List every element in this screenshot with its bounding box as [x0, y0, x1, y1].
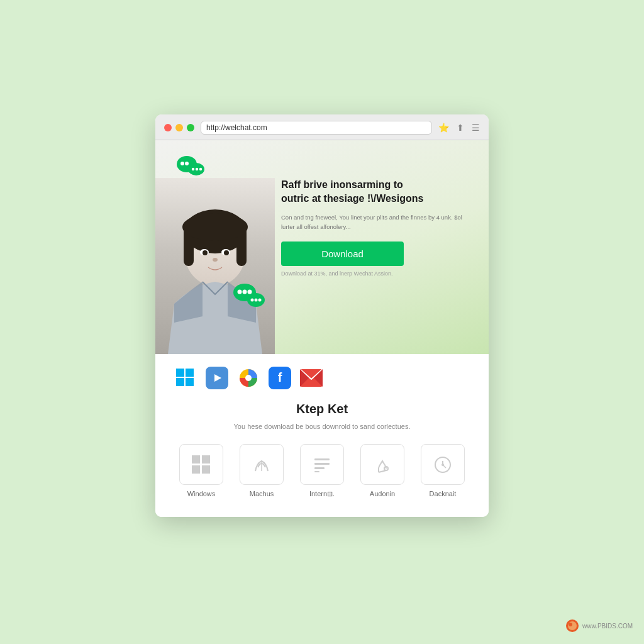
internetb-label: Intern⊟.: [309, 490, 335, 498]
svg-point-21: [238, 289, 242, 294]
svg-rect-41: [192, 465, 200, 474]
section-desc: You hese download be bous downrold to sa…: [174, 421, 470, 432]
address-bar[interactable]: http://welchat.com: [201, 121, 432, 135]
platform-dacknait[interactable]: Dacknait: [421, 444, 465, 498]
svg-point-18: [224, 250, 229, 255]
wechat-overlay-bubbles: [231, 281, 265, 310]
url-text: http://welchat.com: [206, 123, 267, 132]
watermark-text: www.PBIDS.COM: [582, 623, 633, 630]
svg-rect-44: [314, 458, 330, 460]
machus-platform-icon: [240, 444, 284, 485]
bookmark-icon[interactable]: ⭐: [438, 123, 449, 133]
share-icon[interactable]: ⬆: [457, 123, 464, 133]
svg-point-22: [243, 289, 247, 294]
windows-label: Windows: [187, 490, 216, 497]
audonin-platform-icon: [360, 444, 404, 485]
svg-point-17: [203, 250, 208, 255]
close-button[interactable]: [164, 124, 172, 131]
hero-body-text: Con and tng fneweel, You linet your plit…: [281, 213, 476, 231]
app-icons-row: f: [174, 367, 470, 389]
machus-label: Machus: [250, 490, 274, 497]
bottom-section: f Ktep Ket You hese download be bous dow…: [155, 354, 489, 518]
browser-chrome: http://welchat.com ⭐ ⬆ ☰: [155, 114, 489, 140]
svg-point-23: [248, 289, 252, 294]
svg-point-35: [245, 375, 252, 381]
svg-point-1: [180, 162, 184, 165]
minimize-button[interactable]: [175, 124, 183, 131]
svg-point-56: [569, 623, 572, 626]
platform-windows[interactable]: Windows: [179, 444, 223, 498]
svg-rect-45: [314, 463, 330, 465]
svg-rect-29: [186, 369, 194, 377]
svg-point-14: [182, 213, 248, 241]
hero-tagline: Raff brive inonsarming to outric at thes…: [281, 178, 476, 206]
maximize-button[interactable]: [187, 124, 194, 131]
platform-internetb[interactable]: Intern⊟.: [300, 444, 344, 498]
svg-rect-46: [314, 467, 325, 469]
windows-platform-icon: [179, 444, 223, 485]
svg-rect-39: [192, 455, 200, 464]
svg-rect-28: [176, 369, 184, 377]
browser-toolbar: ⭐ ⬆ ☰: [438, 123, 480, 133]
internetb-platform-icon: [300, 444, 344, 485]
svg-point-26: [255, 298, 258, 301]
hero-person-image: [155, 178, 275, 354]
platform-audonin[interactable]: Audonin: [360, 444, 404, 498]
svg-rect-30: [176, 378, 184, 386]
windows-app-icon: [174, 367, 197, 389]
svg-point-2: [185, 162, 189, 165]
svg-point-6: [199, 168, 202, 170]
hero-content: Raff brive inonsarming to outric at thes…: [275, 178, 489, 289]
svg-point-53: [441, 464, 444, 466]
menu-icon[interactable]: ☰: [472, 123, 480, 133]
video-app-icon: [206, 367, 228, 389]
section-title: Ktep Ket: [174, 402, 470, 416]
facebook-app-icon: f: [269, 367, 291, 389]
hero-section: WeChat: [155, 140, 489, 354]
dacknait-label: Dacknait: [430, 490, 457, 497]
audonin-label: Audonin: [370, 490, 395, 497]
svg-rect-42: [202, 465, 210, 474]
watermark: www.PBIDS.COM: [565, 619, 633, 633]
dacknait-platform-icon: [421, 444, 465, 485]
svg-rect-40: [202, 455, 210, 464]
svg-rect-47: [314, 471, 319, 472]
svg-point-19: [213, 258, 218, 262]
browser-window: http://welchat.com ⭐ ⬆ ☰ WeChat: [155, 114, 489, 518]
svg-point-27: [258, 298, 262, 301]
download-subtext: Download at 31%, and lnerp Wechat Assion…: [281, 270, 476, 277]
platform-machus[interactable]: Machus: [240, 444, 284, 498]
svg-point-5: [196, 168, 198, 170]
colorwheel-app-icon: [237, 367, 260, 389]
svg-point-4: [192, 168, 194, 170]
svg-point-25: [251, 298, 254, 301]
mail-app-icon: [300, 369, 323, 387]
platform-grid: Windows Machus: [174, 444, 470, 498]
wechat-logo-icon: [174, 153, 206, 178]
download-button[interactable]: Download: [281, 242, 404, 266]
svg-rect-31: [186, 378, 194, 386]
traffic-lights: [164, 124, 194, 131]
